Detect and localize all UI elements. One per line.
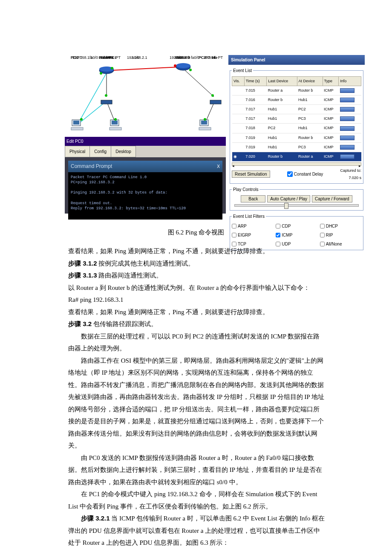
table-row[interactable]: 7.018PC2Hub1ICMP	[232, 124, 361, 133]
figure-6-2: 192.168.2.1 s0/0 192.168.2.2 s0/0 fa0/0 …	[65, 54, 363, 215]
filters-legend: Event List Filters	[232, 212, 266, 220]
speed-slider[interactable]	[234, 204, 359, 207]
edit-pc0-window: Edit PC0 Physical Config Desktop Command…	[65, 137, 226, 214]
tab-physical[interactable]: Physical	[65, 146, 90, 157]
table-row[interactable]: 7.019Hub1PC3ICMP	[232, 142, 361, 152]
para: 步骤 3.1.3 路由器间连通性测试。	[68, 269, 326, 282]
svg-point-10	[176, 63, 190, 68]
body-text: 查看结果，如果 Ping 通则网络正常，Ping 不通，则就要进行故障排查。 步…	[68, 245, 326, 549]
table-row[interactable]: 7.016Router bHub1ICMP	[232, 95, 361, 105]
simulation-panel: Simulation Panel Event List Vis. Time (s…	[228, 55, 365, 252]
info-box[interactable]	[340, 98, 355, 102]
table-row[interactable]: 7.015Router aRouter bICMP	[232, 86, 361, 95]
info-box[interactable]	[340, 154, 355, 159]
para: 查看结果，如果 Ping 通则网络正常，Ping 不通，则就要进行故障排查。	[68, 245, 326, 257]
play-controls-group: Play Controls Back Auto Capture / Play C…	[230, 185, 363, 211]
auto-capture-button[interactable]: Auto Capture / Play	[267, 195, 310, 202]
device-label: PC0	[71, 54, 78, 61]
svg-rect-18	[110, 127, 121, 130]
svg-rect-11	[101, 100, 112, 104]
tab-config[interactable]: Config	[89, 146, 111, 157]
port-dot	[189, 69, 192, 71]
info-box[interactable]	[340, 126, 355, 131]
info-box[interactable]	[340, 145, 355, 150]
console-title-text: Command Prompt	[71, 162, 112, 171]
close-icon[interactable]: X	[217, 162, 220, 171]
svg-rect-21	[199, 127, 211, 130]
svg-rect-12	[210, 100, 221, 104]
device-label: Hu	[212, 54, 217, 61]
hub0-icon[interactable]	[101, 97, 112, 109]
para: 步骤 3.2.1 当 ICMP 包传输到 Router a 时，可以单击图 6.…	[68, 512, 326, 549]
hub1-icon[interactable]	[210, 97, 222, 109]
tab-bar: Physical Config Desktop	[65, 146, 226, 157]
figure-caption: 图 6.2 Ping 命令视图	[0, 226, 392, 239]
info-box[interactable]	[340, 116, 355, 121]
para: 步骤 3.2 包传输路径跟踪测试。	[68, 318, 326, 330]
event-list-group: Event List Vis. Time (s) Last Device At …	[230, 66, 363, 184]
device-label: PC1	[109, 54, 117, 61]
para: 步骤 3.1.2 按例完成其他主机间连通性测试。	[68, 257, 326, 270]
para: 数据在三层的处理过程，可以以 PC0 到 PC2 的连通性测试时发送的 ICMP…	[68, 330, 326, 355]
svg-rect-15	[71, 127, 83, 130]
table-row[interactable]: 7.017Hub1PC3ICMP	[232, 114, 361, 124]
panel-title: Simulation Panel	[228, 55, 365, 65]
pc2-icon[interactable]	[199, 119, 211, 135]
col-time[interactable]: Time (s)	[244, 77, 266, 86]
svg-line-0	[112, 67, 180, 70]
table-row[interactable]: 7.019Hub1Router bICMP	[232, 133, 361, 142]
svg-rect-14	[73, 121, 79, 124]
para: 由 PC0 发送的 ICMP 数据报传送到路由器 Router a 时，Rout…	[68, 452, 326, 489]
para: 查看结果，如果 Ping 通则网络正常，Ping 不通，则就要进行故障排查。	[68, 306, 326, 318]
command-prompt: Command Prompt X Packet Tracer PC Comman…	[68, 161, 222, 220]
port-dot	[114, 118, 117, 121]
window-title: Edit PC0	[65, 137, 226, 146]
port-dot	[100, 72, 102, 75]
scrollbar[interactable]: ◂ ▸	[232, 162, 361, 166]
port-label: s0/0	[132, 54, 139, 61]
back-button[interactable]: Back	[241, 195, 265, 202]
table-row[interactable]: 7.017Hub1PC2ICMP	[232, 105, 361, 114]
play-legend: Play Controls	[232, 185, 259, 194]
event-list-legend: Event List	[232, 66, 253, 75]
svg-rect-17	[112, 121, 118, 124]
info-box[interactable]	[340, 107, 355, 112]
event-list-table: Vis. Time (s) Last Device At Device Type…	[232, 76, 361, 162]
tab-desktop[interactable]: Desktop	[111, 146, 136, 157]
col-info[interactable]: Info	[339, 77, 361, 86]
console-titlebar: Command Prompt X	[68, 161, 222, 172]
device-label: PC2	[199, 54, 206, 61]
table-row[interactable]: ◉7.020Router bRouter aICMP	[232, 152, 361, 161]
device-label: Router b	[176, 54, 190, 61]
console-output[interactable]: Packet Tracer PC Command Line 1.0 PC>pin…	[68, 172, 222, 214]
port-dot	[111, 67, 113, 69]
para: 以 Router a 到 Router b 的连通性测试为例。在 Router …	[68, 282, 326, 294]
port-dot	[174, 64, 176, 67]
router-b-icon[interactable]	[176, 63, 191, 75]
capture-forward-button[interactable]: Capture / Forward	[312, 195, 352, 202]
port-dot	[204, 118, 206, 121]
col-last[interactable]: Last Device	[267, 77, 297, 86]
constant-delay-checkbox[interactable]: Constant Delay	[287, 170, 323, 178]
svg-rect-20	[201, 121, 207, 124]
info-box[interactable]	[340, 88, 355, 93]
col-type[interactable]: Type	[323, 77, 339, 86]
info-box[interactable]	[340, 136, 355, 140]
pc0-icon[interactable]	[71, 119, 84, 135]
filter-all[interactable]: All/None	[320, 240, 361, 248]
port-dot	[211, 94, 214, 97]
port-dot	[105, 94, 107, 97]
network-topology: 192.168.2.1 s0/0 192.168.2.2 s0/0 fa0/0 …	[65, 54, 226, 144]
para: 在 PC1 的命令模式中键入 ping 192.168.3.2 命令，同样会在 …	[68, 488, 326, 512]
captured-to: Captured to: 7.020 s	[340, 167, 361, 182]
para: 路由器工作在 OSI 模型中的第三层，即网络层。路由器利用网络层定义的"逻辑"上…	[68, 355, 326, 452]
reset-simulation-button[interactable]: Reset Simulation	[232, 171, 270, 178]
port-dot	[80, 118, 83, 121]
slider-thumb[interactable]	[284, 203, 288, 209]
pc1-icon[interactable]	[109, 119, 122, 135]
col-at[interactable]: At Device	[297, 77, 323, 86]
para: Ra# ping 192.168.3.1	[68, 294, 326, 306]
col-vis[interactable]: Vis.	[232, 77, 245, 86]
